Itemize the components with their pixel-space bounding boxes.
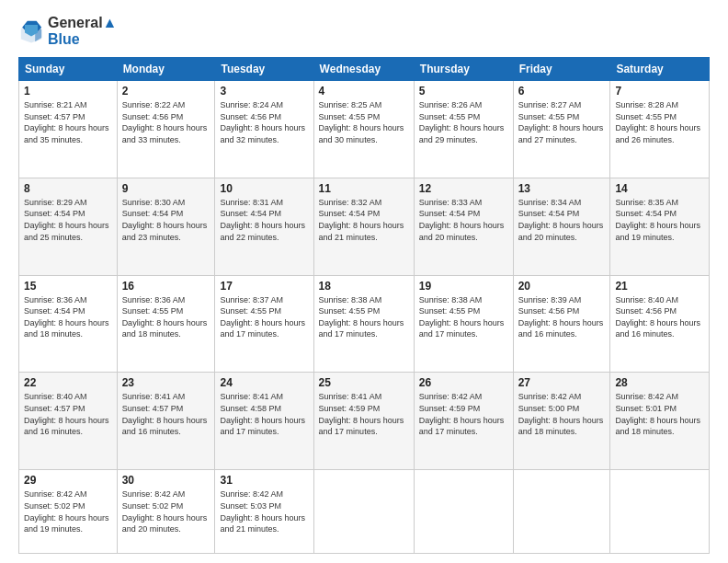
day-number: 11	[319, 182, 409, 195]
day-number: 1	[24, 85, 112, 98]
day-number: 17	[220, 280, 308, 293]
day-info: Sunrise: 8:36 AM Sunset: 4:55 PM Dayligh…	[122, 294, 210, 340]
day-info: Sunrise: 8:22 AM Sunset: 4:56 PM Dayligh…	[122, 99, 210, 145]
day-number: 30	[122, 474, 210, 487]
day-info: Sunrise: 8:28 AM Sunset: 4:55 PM Dayligh…	[615, 99, 704, 145]
day-info: Sunrise: 8:42 AM Sunset: 4:59 PM Dayligh…	[419, 391, 508, 437]
header: General▲ Blue	[18, 15, 710, 48]
day-info: Sunrise: 8:33 AM Sunset: 4:54 PM Dayligh…	[419, 197, 508, 243]
calendar-cell: 18 Sunrise: 8:38 AM Sunset: 4:55 PM Dayl…	[313, 275, 414, 373]
day-number: 16	[122, 280, 210, 293]
day-number: 10	[220, 182, 308, 195]
calendar-cell: 9 Sunrise: 8:30 AM Sunset: 4:54 PM Dayli…	[117, 178, 215, 275]
calendar-cell: 30 Sunrise: 8:42 AM Sunset: 5:02 PM Dayl…	[117, 470, 215, 554]
day-number: 8	[24, 182, 112, 195]
page: General▲ Blue SundayMondayTuesdayWednesd…	[0, 0, 728, 563]
logo-text: General▲ Blue	[48, 15, 117, 48]
calendar-table: SundayMondayTuesdayWednesdayThursdayFrid…	[18, 57, 710, 554]
day-number: 23	[122, 376, 210, 389]
day-info: Sunrise: 8:38 AM Sunset: 4:55 PM Dayligh…	[319, 294, 409, 340]
calendar-cell	[414, 470, 513, 554]
day-number: 7	[615, 85, 704, 98]
day-info: Sunrise: 8:25 AM Sunset: 4:55 PM Dayligh…	[319, 99, 409, 145]
day-info: Sunrise: 8:41 AM Sunset: 4:57 PM Dayligh…	[122, 391, 210, 437]
day-info: Sunrise: 8:42 AM Sunset: 5:01 PM Dayligh…	[615, 391, 704, 437]
calendar-cell: 7 Sunrise: 8:28 AM Sunset: 4:55 PM Dayli…	[610, 81, 710, 178]
calendar-cell: 25 Sunrise: 8:41 AM Sunset: 4:59 PM Dayl…	[313, 373, 414, 470]
day-number: 25	[319, 376, 409, 389]
day-info: Sunrise: 8:42 AM Sunset: 5:02 PM Dayligh…	[24, 488, 112, 534]
day-info: Sunrise: 8:38 AM Sunset: 4:55 PM Dayligh…	[419, 294, 508, 340]
day-info: Sunrise: 8:26 AM Sunset: 4:55 PM Dayligh…	[419, 99, 508, 145]
day-info: Sunrise: 8:42 AM Sunset: 5:02 PM Dayligh…	[122, 488, 210, 534]
day-info: Sunrise: 8:37 AM Sunset: 4:55 PM Dayligh…	[220, 294, 308, 340]
day-number: 9	[122, 182, 210, 195]
col-header-monday: Monday	[117, 58, 215, 81]
day-info: Sunrise: 8:39 AM Sunset: 4:56 PM Dayligh…	[518, 294, 606, 340]
calendar-cell	[313, 470, 414, 554]
col-header-tuesday: Tuesday	[215, 58, 313, 81]
col-header-wednesday: Wednesday	[313, 58, 414, 81]
day-info: Sunrise: 8:27 AM Sunset: 4:55 PM Dayligh…	[518, 99, 606, 145]
calendar-cell: 29 Sunrise: 8:42 AM Sunset: 5:02 PM Dayl…	[19, 470, 118, 554]
day-info: Sunrise: 8:42 AM Sunset: 5:00 PM Dayligh…	[518, 391, 606, 437]
day-number: 18	[319, 280, 409, 293]
calendar-cell: 14 Sunrise: 8:35 AM Sunset: 4:54 PM Dayl…	[610, 178, 710, 275]
calendar-cell: 21 Sunrise: 8:40 AM Sunset: 4:56 PM Dayl…	[610, 275, 710, 373]
day-info: Sunrise: 8:41 AM Sunset: 4:59 PM Dayligh…	[319, 391, 409, 437]
calendar-body: 1 Sunrise: 8:21 AM Sunset: 4:57 PM Dayli…	[19, 81, 710, 554]
day-info: Sunrise: 8:32 AM Sunset: 4:54 PM Dayligh…	[319, 197, 409, 243]
calendar-cell: 28 Sunrise: 8:42 AM Sunset: 5:01 PM Dayl…	[610, 373, 710, 470]
calendar-cell: 16 Sunrise: 8:36 AM Sunset: 4:55 PM Dayl…	[117, 275, 215, 373]
day-number: 27	[518, 376, 606, 389]
calendar-cell: 4 Sunrise: 8:25 AM Sunset: 4:55 PM Dayli…	[313, 81, 414, 178]
calendar-cell: 17 Sunrise: 8:37 AM Sunset: 4:55 PM Dayl…	[215, 275, 313, 373]
calendar-cell: 2 Sunrise: 8:22 AM Sunset: 4:56 PM Dayli…	[117, 81, 215, 178]
col-header-thursday: Thursday	[414, 58, 513, 81]
day-info: Sunrise: 8:21 AM Sunset: 4:57 PM Dayligh…	[24, 99, 112, 145]
calendar-cell: 12 Sunrise: 8:33 AM Sunset: 4:54 PM Dayl…	[414, 178, 513, 275]
calendar-cell: 8 Sunrise: 8:29 AM Sunset: 4:54 PM Dayli…	[19, 178, 118, 275]
day-info: Sunrise: 8:41 AM Sunset: 4:58 PM Dayligh…	[220, 391, 308, 437]
day-of-week-row: SundayMondayTuesdayWednesdayThursdayFrid…	[19, 58, 710, 81]
calendar-cell: 22 Sunrise: 8:40 AM Sunset: 4:57 PM Dayl…	[19, 373, 118, 470]
day-number: 26	[419, 376, 508, 389]
calendar-cell	[610, 470, 710, 554]
logo-icon	[18, 18, 44, 44]
day-info: Sunrise: 8:29 AM Sunset: 4:54 PM Dayligh…	[24, 197, 112, 243]
calendar-cell: 11 Sunrise: 8:32 AM Sunset: 4:54 PM Dayl…	[313, 178, 414, 275]
logo: General▲ Blue	[18, 15, 117, 48]
col-header-sunday: Sunday	[19, 58, 118, 81]
calendar-cell: 20 Sunrise: 8:39 AM Sunset: 4:56 PM Dayl…	[513, 275, 610, 373]
calendar-cell: 15 Sunrise: 8:36 AM Sunset: 4:54 PM Dayl…	[19, 275, 118, 373]
day-info: Sunrise: 8:34 AM Sunset: 4:54 PM Dayligh…	[518, 197, 606, 243]
day-number: 19	[419, 280, 508, 293]
calendar-cell	[513, 470, 610, 554]
calendar-cell: 31 Sunrise: 8:42 AM Sunset: 5:03 PM Dayl…	[215, 470, 313, 554]
calendar-cell: 1 Sunrise: 8:21 AM Sunset: 4:57 PM Dayli…	[19, 81, 118, 178]
day-info: Sunrise: 8:36 AM Sunset: 4:54 PM Dayligh…	[24, 294, 112, 340]
calendar-cell: 10 Sunrise: 8:31 AM Sunset: 4:54 PM Dayl…	[215, 178, 313, 275]
day-number: 31	[220, 474, 308, 487]
day-number: 14	[615, 182, 704, 195]
day-info: Sunrise: 8:40 AM Sunset: 4:57 PM Dayligh…	[24, 391, 112, 437]
calendar-cell: 6 Sunrise: 8:27 AM Sunset: 4:55 PM Dayli…	[513, 81, 610, 178]
day-info: Sunrise: 8:35 AM Sunset: 4:54 PM Dayligh…	[615, 197, 704, 243]
calendar-cell: 24 Sunrise: 8:41 AM Sunset: 4:58 PM Dayl…	[215, 373, 313, 470]
day-number: 6	[518, 85, 606, 98]
calendar-cell: 26 Sunrise: 8:42 AM Sunset: 4:59 PM Dayl…	[414, 373, 513, 470]
col-header-saturday: Saturday	[610, 58, 710, 81]
day-number: 20	[518, 280, 606, 293]
calendar-cell: 23 Sunrise: 8:41 AM Sunset: 4:57 PM Dayl…	[117, 373, 215, 470]
day-number: 24	[220, 376, 308, 389]
day-number: 4	[319, 85, 409, 98]
day-number: 28	[615, 376, 704, 389]
day-info: Sunrise: 8:31 AM Sunset: 4:54 PM Dayligh…	[220, 197, 308, 243]
day-number: 13	[518, 182, 606, 195]
day-number: 15	[24, 280, 112, 293]
day-number: 2	[122, 85, 210, 98]
day-number: 3	[220, 85, 308, 98]
day-number: 21	[615, 280, 704, 293]
day-info: Sunrise: 8:24 AM Sunset: 4:56 PM Dayligh…	[220, 99, 308, 145]
calendar-cell: 13 Sunrise: 8:34 AM Sunset: 4:54 PM Dayl…	[513, 178, 610, 275]
